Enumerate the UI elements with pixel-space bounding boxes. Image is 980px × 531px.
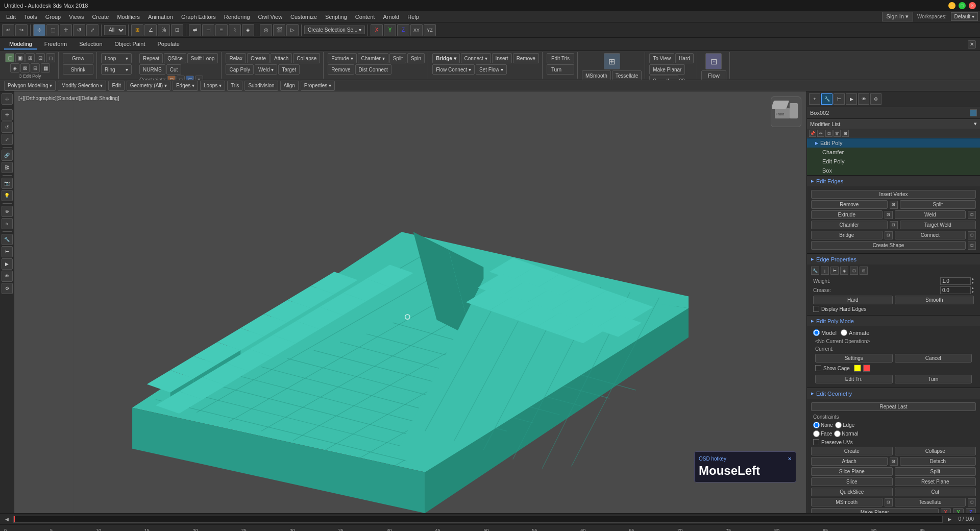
edit-poly-mode-header[interactable]: ▸ Edit Poly Mode <box>807 316 980 326</box>
space-warp-tool[interactable]: ≈ <box>2 218 13 229</box>
crease-down[interactable]: ▾ <box>972 290 974 294</box>
extrude-edge-button[interactable]: Extrude <box>811 210 883 219</box>
spinner-snap[interactable]: ⊡ <box>171 24 183 36</box>
settings-button[interactable]: Settings <box>815 354 893 363</box>
redo-button[interactable]: ↪ <box>15 24 28 36</box>
menu-content[interactable]: Content <box>351 13 379 21</box>
loops-tab[interactable]: Loops ▾ <box>200 81 225 91</box>
tab-modeling[interactable]: Modeling <box>4 39 37 50</box>
utilities-tool[interactable]: ⚙ <box>2 283 13 294</box>
nav-cube[interactable]: Front <box>771 96 801 127</box>
select-button[interactable]: ⊹ <box>33 24 45 36</box>
weld-settings[interactable]: ⊡ <box>968 211 976 219</box>
object-color[interactable] <box>970 109 977 116</box>
animate-radio[interactable] <box>841 329 847 336</box>
modifier-list-header[interactable]: Modifier List ▾ <box>807 119 980 129</box>
light-tool[interactable]: 💡 <box>2 190 13 201</box>
edit-poly-icon8[interactable]: ⊟ <box>31 63 40 73</box>
flow-connect-dropdown[interactable]: Flow Connect ▾ <box>432 64 475 75</box>
snap-toggle[interactable]: ⊞ <box>131 24 143 36</box>
create-geo-button[interactable]: Create <box>811 447 893 455</box>
ep-icon3[interactable]: ⊢ <box>830 267 839 275</box>
percent-snap[interactable]: % <box>158 24 170 36</box>
slice-plane-button[interactable]: Slice Plane <box>811 467 893 476</box>
mod-options[interactable]: ⊞ <box>842 130 849 137</box>
model-radio[interactable] <box>813 329 820 336</box>
repeat-button[interactable]: Repeat <box>139 53 163 63</box>
rp-tab-modify[interactable]: 🔧 <box>821 93 832 105</box>
edit-poly-icon6[interactable]: ◈ <box>10 63 19 73</box>
bridge-dropdown[interactable]: Bridge ▾ <box>432 53 459 63</box>
edit-tris-button[interactable]: Edit Tris <box>547 53 574 63</box>
target-weld-button[interactable]: Target Weld <box>900 221 976 229</box>
edit-tri-button[interactable]: Edit Tri. <box>815 375 893 383</box>
weld-dropdown[interactable]: Weld ▾ <box>255 64 277 75</box>
menu-create[interactable]: Create <box>88 13 113 21</box>
z-axis-button[interactable]: Z <box>966 508 976 513</box>
tessellate-button[interactable]: Tessellate <box>612 70 642 80</box>
motion-tool[interactable]: ▶ <box>2 258 13 270</box>
edit-poly-icon1[interactable]: ▢ <box>5 53 14 62</box>
edges-tab[interactable]: Edges ▾ <box>173 81 198 91</box>
ep-icon4[interactable]: ◈ <box>840 267 848 275</box>
modify-selection-tab[interactable]: Modify Selection ▾ <box>58 81 106 91</box>
create-selection-dropdown[interactable]: Create Selection Se... ▾ <box>304 26 365 34</box>
create-button[interactable]: Create <box>247 53 270 63</box>
make-planar-button[interactable]: Make Planar <box>649 64 685 75</box>
select-region-button[interactable]: ⬚ <box>46 24 59 36</box>
helper-tool[interactable]: ⊕ <box>2 206 13 217</box>
loop-dropdown[interactable]: Loop ▾ <box>101 53 132 63</box>
hierarchy-tool[interactable]: ⊢ <box>2 246 13 257</box>
face-radio[interactable] <box>813 430 820 437</box>
constraint-icon3[interactable]: ▢ <box>186 76 194 80</box>
constraint-icon4[interactable]: ◈ <box>195 76 203 80</box>
tab-populate[interactable]: Populate <box>152 39 184 50</box>
close-button[interactable]: ✕ <box>969 2 976 9</box>
menu-modifiers[interactable]: Modifiers <box>113 13 144 21</box>
z-axis[interactable]: Z <box>397 24 409 36</box>
minimize-button[interactable]: − <box>948 2 955 9</box>
detach-geo-button[interactable]: Detach <box>900 457 976 466</box>
ring-dropdown[interactable]: Ring ▾ <box>101 64 132 75</box>
bridge-settings[interactable]: ⊡ <box>885 231 893 239</box>
edit-poly-icon3[interactable]: ⊞ <box>26 53 35 62</box>
subdivision-icon[interactable]: ⊞ <box>604 53 620 69</box>
connect-edge-button[interactable]: Connect <box>895 231 966 239</box>
filter-dropdown[interactable]: All <box>104 25 126 35</box>
xy-plane[interactable]: XY <box>410 24 423 36</box>
flow-button[interactable]: Flow <box>701 70 726 80</box>
ep-icon6[interactable]: ⊞ <box>860 267 868 275</box>
mod-space[interactable]: ⊡ <box>825 130 832 137</box>
rotate-tool[interactable]: ↺ <box>2 122 13 133</box>
remove2-button[interactable]: Remove <box>513 53 539 63</box>
rp-tab-motion[interactable]: ▶ <box>846 93 857 105</box>
weight-up[interactable]: ▴ <box>972 277 974 281</box>
x-axis-button[interactable]: X <box>941 508 951 513</box>
osd-close-icon[interactable]: ✕ <box>788 456 792 462</box>
edit-poly-icon7[interactable]: ⊠ <box>20 63 30 73</box>
attach-button[interactable]: Attach <box>271 53 292 63</box>
dist-connect-button[interactable]: Dist Connect <box>355 64 391 75</box>
crease-input[interactable] <box>940 286 971 294</box>
tl-prev-frame[interactable]: ◀ <box>2 515 11 524</box>
schematic-view[interactable]: ◈ <box>242 24 254 36</box>
repeat-last-button[interactable]: Repeat Last <box>811 402 976 411</box>
undo-button[interactable]: ↩ <box>2 24 14 36</box>
rp-tab-hierarchy[interactable]: ⊢ <box>834 93 845 105</box>
turn-edge-button[interactable]: Turn <box>895 375 972 383</box>
qslice-button[interactable]: QSlice <box>164 53 186 63</box>
remove-button[interactable]: Remove <box>328 64 354 75</box>
menu-edit[interactable]: Edit <box>2 13 20 21</box>
tab-selection[interactable]: Selection <box>74 39 107 50</box>
split-geo-button[interactable]: Split <box>895 467 976 476</box>
make-planar-geo-button[interactable]: Make Planar <box>811 508 939 513</box>
preserve-uvs-check[interactable] <box>813 439 819 445</box>
slice-button[interactable]: Slice <box>811 477 893 486</box>
weight-input[interactable] <box>940 277 971 285</box>
none-radio[interactable] <box>813 422 820 428</box>
sign-in-button[interactable]: Sign In ▾ <box>882 12 913 21</box>
tab-freeform[interactable]: Freeform <box>39 39 72 50</box>
chamfer-dropdown[interactable]: Chamfer ▾ <box>358 53 388 63</box>
selection-filter-button[interactable]: ⊹ <box>2 93 13 105</box>
subdivision-tab[interactable]: Subdivision <box>244 81 278 91</box>
